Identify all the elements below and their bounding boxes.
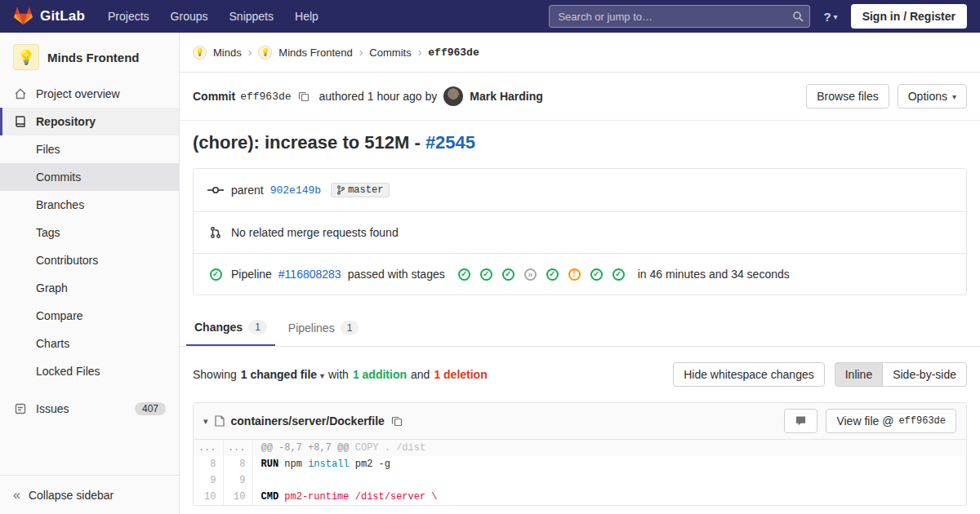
collapse-sidebar-button[interactable]: « Collapse sidebar xyxy=(0,475,179,514)
sidebar-item-files[interactable]: Files xyxy=(0,135,179,163)
project-avatar: 💡 xyxy=(13,44,39,70)
diff-file-path[interactable]: containers/server/Dockerfile xyxy=(231,414,385,428)
group-avatar: 💡 xyxy=(193,46,207,60)
sidebar-label: Project overview xyxy=(36,87,120,100)
gitlab-logo[interactable]: GitLab xyxy=(13,7,85,26)
chevron-separator-icon: › xyxy=(359,46,363,59)
commit-label: Commit xyxy=(193,90,235,103)
gitlab-tanuki-icon xyxy=(13,7,33,26)
sidebar-item-charts[interactable]: Charts xyxy=(0,330,179,357)
tab-pipelines[interactable]: Pipelines 1 xyxy=(280,310,368,346)
search-input[interactable] xyxy=(549,5,810,28)
pipeline-status-text: passed with stages xyxy=(348,268,445,281)
breadcrumb-project[interactable]: Minds Frontend xyxy=(278,47,352,59)
project-context[interactable]: 💡 Minds Frontend xyxy=(0,33,179,80)
inline-view-button[interactable]: Inline xyxy=(835,362,883,387)
copy-icon xyxy=(298,91,310,102)
sidebar-item-project-overview[interactable]: Project overview xyxy=(0,80,179,108)
pipeline-status-icon: ✓ xyxy=(207,268,225,281)
nav-item-projects[interactable]: Projects xyxy=(108,10,149,23)
authored-text: authored 1 hour ago by xyxy=(319,90,438,103)
ci-passed-icon[interactable]: ✓ xyxy=(590,268,603,281)
code-line xyxy=(252,472,966,489)
ci-passed-icon[interactable]: ✓ xyxy=(502,268,514,281)
new-line-number[interactable]: ... xyxy=(223,440,252,456)
ci-passed-icon[interactable]: ✓ xyxy=(458,268,470,281)
help-icon: ? xyxy=(823,10,831,24)
sidebar-item-graph[interactable]: Graph xyxy=(0,274,179,302)
hide-whitespace-button[interactable]: Hide whitespace changes xyxy=(673,362,825,387)
tab-changes[interactable]: Changes 1 xyxy=(186,310,275,346)
breadcrumb-current-sha: eff963de xyxy=(428,47,479,59)
view-mode-toggle: Inline Side-by-side xyxy=(835,362,967,387)
nav-item-snippets[interactable]: Snippets xyxy=(229,10,274,23)
breadcrumb-commits[interactable]: Commits xyxy=(369,47,411,59)
diff-file-header: ▾ containers/server/Dockerfile View file… xyxy=(194,403,966,440)
old-line-number[interactable]: ... xyxy=(194,440,223,456)
side-by-side-view-button[interactable]: Side-by-side xyxy=(882,362,967,387)
pipeline-row: ✓ Pipeline #116808283 passed with stages… xyxy=(194,253,966,295)
breadcrumb: 💡 Minds › 💡 Minds Frontend › Commits › e… xyxy=(180,33,980,73)
hunk-header: @@ -8,7 +8,7 @@ COPY . /dist xyxy=(252,440,966,456)
code-keyword: CMD xyxy=(261,491,279,503)
old-line-number[interactable]: 9 xyxy=(194,472,223,489)
sidebar-item-issues[interactable]: Issues 407 xyxy=(0,395,179,423)
old-line-number[interactable]: 10 xyxy=(194,489,223,505)
issue-link[interactable]: #2545 xyxy=(425,132,475,153)
old-line-number[interactable]: 8 xyxy=(194,456,223,472)
ci-passed-icon[interactable]: ✓ xyxy=(546,268,559,281)
ci-skipped-icon[interactable]: » xyxy=(524,268,537,281)
options-dropdown-button[interactable]: Options ▾ xyxy=(898,84,967,109)
nav-item-help[interactable]: Help xyxy=(295,10,318,23)
nav-item-groups[interactable]: Groups xyxy=(171,10,208,23)
repository-icon xyxy=(13,115,28,128)
no-mr-text: No related merge requests found xyxy=(231,226,399,239)
view-file-button[interactable]: View file @ eff963de xyxy=(826,409,956,433)
sidebar-label: Issues xyxy=(36,402,69,415)
showing-label: Showing xyxy=(193,368,237,381)
copy-file-path-button[interactable] xyxy=(391,415,403,427)
diff-controls: Showing 1 changed file ▾ with 1 addition… xyxy=(180,347,980,402)
breadcrumb-group[interactable]: Minds xyxy=(213,47,242,59)
collapse-label: Collapse sidebar xyxy=(29,489,114,502)
sidebar-item-contributors[interactable]: Contributors xyxy=(0,246,179,274)
collapse-diff-icon[interactable]: ▾ xyxy=(203,416,208,427)
chevron-down-icon: ▾ xyxy=(834,12,838,21)
sidebar-item-compare[interactable]: Compare xyxy=(0,302,179,330)
ci-passed-icon[interactable]: ✓ xyxy=(480,268,492,281)
author-avatar[interactable] xyxy=(443,86,463,106)
sidebar-item-repository[interactable]: Repository xyxy=(0,108,179,135)
ci-passed-icon[interactable]: ✓ xyxy=(612,268,625,281)
sidebar-item-locked-files[interactable]: Locked Files xyxy=(0,357,179,385)
commit-meta-row: Commit eff963de authored 1 hour ago by M… xyxy=(180,73,980,121)
diff-hunk-row: ... ... @@ -8,7 +8,7 @@ COPY . /dist xyxy=(194,440,966,456)
new-line-number[interactable]: 9 xyxy=(223,472,252,489)
commit-icon xyxy=(207,185,225,195)
comment-on-file-button[interactable] xyxy=(784,409,817,433)
commit-sha: eff963de xyxy=(240,91,291,103)
parent-sha-link[interactable]: 902e149b xyxy=(270,184,321,197)
ci-passed-icon[interactable]: ✓ xyxy=(210,268,222,281)
commit-info-box: parent 902e149b master No related merge … xyxy=(193,168,967,295)
new-line-number[interactable]: 8 xyxy=(223,456,252,472)
commit-tabs: Changes 1 Pipelines 1 xyxy=(180,310,980,347)
parent-label: parent xyxy=(231,184,264,197)
browse-files-button[interactable]: Browse files xyxy=(806,84,889,109)
sidebar-label: Repository xyxy=(36,115,96,128)
sign-in-button[interactable]: Sign in / Register xyxy=(851,4,967,29)
branch-ref-badge[interactable]: master xyxy=(331,183,390,197)
help-dropdown[interactable]: ? ▾ xyxy=(823,10,837,24)
changed-files-label: 1 changed file xyxy=(241,368,317,381)
chevron-down-icon: ▾ xyxy=(320,371,324,380)
copy-sha-button[interactable] xyxy=(298,91,310,102)
sidebar-item-tags[interactable]: Tags xyxy=(0,219,179,246)
pipeline-link[interactable]: #116808283 xyxy=(278,268,341,281)
pipeline-duration: in 46 minutes and 34 seconds xyxy=(638,268,790,281)
search-icon[interactable] xyxy=(792,11,804,22)
changed-files-dropdown[interactable]: 1 changed file ▾ xyxy=(241,368,324,381)
sidebar-item-commits[interactable]: Commits xyxy=(0,163,179,191)
sidebar-item-branches[interactable]: Branches xyxy=(0,191,179,219)
ci-warning-icon[interactable]: ! xyxy=(568,268,581,281)
new-line-number[interactable]: 10 xyxy=(223,489,252,505)
author-name[interactable]: Mark Harding xyxy=(470,90,542,103)
